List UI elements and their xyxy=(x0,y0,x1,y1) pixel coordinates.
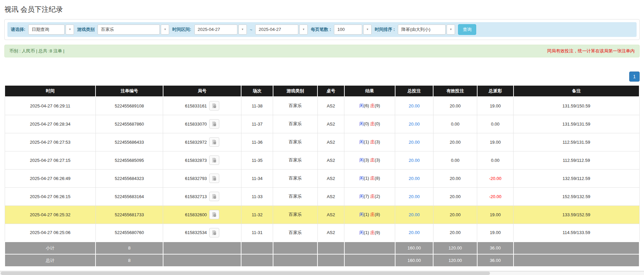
total-bet-link[interactable]: 20.00 xyxy=(409,122,420,127)
session-cell: 11-35 xyxy=(241,151,273,169)
table-row: 2025-04-27 06:28:34522455687860615833070… xyxy=(5,115,639,133)
bet-id-cell: 522455683164 xyxy=(96,187,163,205)
round-id-wrap: 615832793 xyxy=(185,174,219,183)
session-cell: 11-32 xyxy=(241,205,273,224)
game-category-cell: 百家乐 xyxy=(273,169,317,187)
film-document-icon xyxy=(212,212,217,217)
chevron-down-icon[interactable]: ▼ xyxy=(363,25,372,35)
total-bet-link[interactable]: 20.00 xyxy=(409,176,420,181)
session-cell: 11-36 xyxy=(241,133,273,151)
query-type-label: 请选择: xyxy=(11,27,25,33)
query-type-value[interactable]: 日期查询 xyxy=(28,25,65,35)
col-bet-id: 注单编号 xyxy=(96,85,163,97)
video-replay-button[interactable] xyxy=(209,137,219,147)
remark-cell: 132.59/112.59 xyxy=(514,169,639,187)
page-size-value[interactable]: 100 xyxy=(334,25,362,35)
session-cell: 11-37 xyxy=(241,115,273,133)
video-replay-button[interactable] xyxy=(209,192,219,201)
result-xian-value: (0) xyxy=(364,121,369,126)
total-bet-cell: 20.00 xyxy=(395,187,433,205)
total-bet-link[interactable]: 20.00 xyxy=(409,158,420,163)
table-no-cell: AS2 xyxy=(317,133,344,151)
total-bet-link[interactable]: 20.00 xyxy=(409,230,420,235)
result-cell: 闲(3) 庄(3) xyxy=(344,151,395,169)
chevron-down-icon[interactable]: ▼ xyxy=(299,25,308,35)
result-zhuang-label: 庄 xyxy=(370,176,375,181)
time-sort-value[interactable]: 降幂(由大到小) xyxy=(398,25,446,35)
chevron-down-icon[interactable]: ▼ xyxy=(161,25,169,35)
session-cell: 11-31 xyxy=(241,224,273,242)
col-valid-bet: 有效投注 xyxy=(433,85,477,97)
subtotal-label: 小计 xyxy=(5,242,96,254)
game-category-value[interactable]: 百家乐 xyxy=(98,25,160,35)
chevron-down-icon[interactable]: ▼ xyxy=(447,25,455,35)
game-category-cell: 百家乐 xyxy=(273,224,317,242)
result-cell: 闲(7) 庄(2) xyxy=(344,187,395,205)
col-round-id: 局号 xyxy=(163,85,241,97)
col-result: 结果 xyxy=(344,85,395,97)
result-zhuang-label: 庄 xyxy=(370,121,375,126)
round-id-wrap: 615833070 xyxy=(185,119,219,129)
result-zhuang-value: (9) xyxy=(375,103,380,108)
bet-id-cell: 522455681733 xyxy=(96,205,163,224)
payout-cell: 19.00 xyxy=(477,97,514,115)
payout-cell: 0.00 xyxy=(477,115,514,133)
total-bet-link[interactable]: 20.00 xyxy=(409,194,420,199)
game-category-select[interactable]: 百家乐 ▼ xyxy=(98,25,169,35)
table-no-cell: AS2 xyxy=(317,169,344,187)
subtotal-total-bet: 160.00 xyxy=(395,242,433,254)
filter-panel: 请选择: 日期查询 ▼ 游戏类别 百家乐 ▼ 时间区间: 2025-04-27 … xyxy=(4,19,640,40)
page-1-button[interactable]: 1 xyxy=(629,72,640,82)
date-to-value[interactable]: 2025-04-27 xyxy=(255,25,298,35)
chevron-down-icon[interactable]: ▼ xyxy=(238,25,247,35)
currency-summary-text: 币别 : 人民币 | 总共 :8 注单 | xyxy=(9,48,65,54)
col-session: 场次 xyxy=(241,85,273,97)
scrollbar-thumb[interactable] xyxy=(1,272,490,275)
payout-cell: -20.00 xyxy=(477,187,514,205)
search-button[interactable]: 查询 xyxy=(458,24,476,35)
game-category-cell: 百家乐 xyxy=(273,205,317,224)
date-range-separator: ~ xyxy=(250,27,253,32)
filter-bar: 请选择: 日期查询 ▼ 游戏类别 百家乐 ▼ 时间区间: 2025-04-27 … xyxy=(7,22,637,37)
result-xian-label: 闲 xyxy=(359,139,364,144)
query-type-select[interactable]: 日期查询 ▼ xyxy=(28,25,74,35)
round-id-cell: 615833161 xyxy=(163,97,241,115)
remark-cell: 133.59/152.59 xyxy=(514,205,639,224)
payout-cell: 19.00 xyxy=(477,224,514,242)
round-id-cell: 615832873 xyxy=(163,151,241,169)
video-replay-button[interactable] xyxy=(209,174,219,183)
round-id-wrap: 615832873 xyxy=(185,155,219,165)
video-replay-button[interactable] xyxy=(209,101,219,110)
valid-bet-cell: 20.00 xyxy=(433,205,477,224)
video-replay-button[interactable] xyxy=(209,228,219,237)
payout-cell: 19.00 xyxy=(477,205,514,224)
page-size-select[interactable]: 100 ▼ xyxy=(334,25,372,35)
date-from-select[interactable]: 2025-04-27 ▼ xyxy=(194,25,247,35)
total-bet-cell: 20.00 xyxy=(395,151,433,169)
total-bet-link[interactable]: 20.00 xyxy=(409,140,420,145)
round-number: 615833161 xyxy=(185,103,207,108)
horizontal-scrollbar[interactable] xyxy=(0,271,644,275)
video-replay-button[interactable] xyxy=(209,210,219,219)
valid-bet-note: 同局有效投注，统一计算在该局第一张注单内 xyxy=(547,48,635,54)
time-sort-select[interactable]: 降幂(由大到小) ▼ xyxy=(398,25,455,35)
round-number: 615832713 xyxy=(185,194,207,199)
result-zhuang-value: (3) xyxy=(375,157,380,163)
payout-cell: 0.00 xyxy=(477,151,514,169)
remark-cell: 114.59/133.59 xyxy=(514,224,639,242)
chevron-down-icon[interactable]: ▼ xyxy=(66,25,74,35)
table-no-cell: AS2 xyxy=(317,187,344,205)
date-to-select[interactable]: 2025-04-27 ▼ xyxy=(255,25,308,35)
col-game-category: 游戏类别 xyxy=(273,85,317,97)
result-cell: 闲(1) 庄(9) xyxy=(344,224,395,242)
result-zhuang-label: 庄 xyxy=(370,230,375,235)
video-replay-button[interactable] xyxy=(209,119,219,129)
total-bet-link[interactable]: 20.00 xyxy=(409,103,420,108)
col-total-bet: 总投注 xyxy=(395,85,433,97)
date-from-value[interactable]: 2025-04-27 xyxy=(194,25,237,35)
video-replay-button[interactable] xyxy=(209,155,219,165)
result-xian-value: (7) xyxy=(364,194,369,199)
table-body: 2025-04-27 06:29:11522455689108615833161… xyxy=(5,97,639,242)
total-bet-link[interactable]: 20.00 xyxy=(409,212,420,217)
remark-cell: 131.59/131.59 xyxy=(514,115,639,133)
